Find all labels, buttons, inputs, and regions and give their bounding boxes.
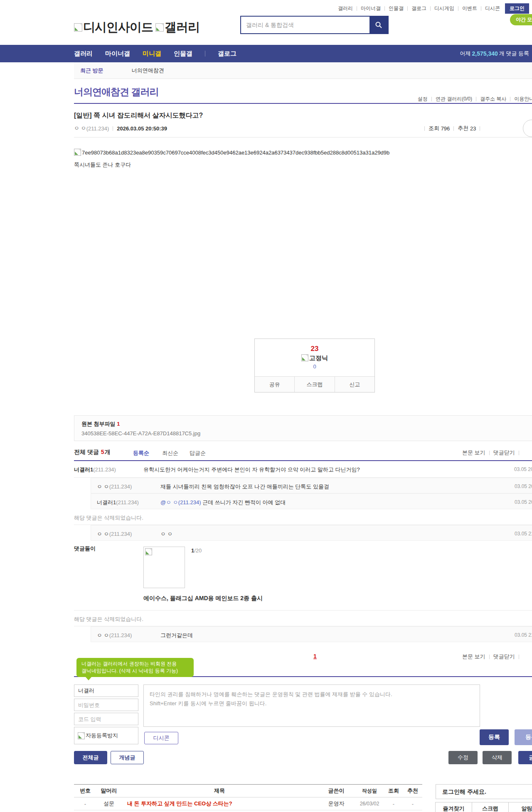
view-post-link[interactable]: 본문 보기 (462, 449, 485, 456)
scrap-button[interactable]: 스크랩 (294, 377, 334, 392)
utilnav-dccon[interactable]: 디시콘 (485, 5, 500, 12)
copy-gallery-url-link[interactable]: 갤주소 복사 (480, 96, 506, 103)
downvote-count: 0 (255, 363, 374, 370)
report-button[interactable]: 신고 (335, 377, 374, 392)
search-input[interactable] (241, 17, 369, 33)
comment-author[interactable]: 너갤러1(211.234) (74, 466, 116, 473)
divider (407, 6, 408, 11)
mention-link[interactable]: @ㅇ ㅇ(211.234) (160, 499, 201, 505)
post-image-alt: 7ee98073b68a1d8323ea8e90359c70697cce4008… (82, 150, 389, 156)
post-date: 2026.03.05 20:50:39 (117, 125, 167, 132)
main-nav: 갤러리 마이너갤 미니갤 인물갤 갤로그 어제 2,575,340 개 댓글 등… (0, 45, 532, 62)
attachment-filename[interactable]: 340538EE-58EC-447E-A72A-E87D148817C5.jpg (81, 430, 532, 437)
row-no: - (74, 801, 96, 807)
sidebar-tabs: 즐겨찾기 스크랩 알림 (436, 802, 532, 812)
views-count: 796 (441, 125, 450, 132)
divider (430, 6, 431, 11)
comments-total: 전체 댓글 5개 (74, 449, 111, 456)
close-comments-link[interactable]: 댓글닫기 (493, 653, 515, 660)
delete-button[interactable]: 삭제 (483, 751, 512, 764)
comment-notice-line2: Shift+Enter 키를 동시에 누르면 줄바꿈이 됩니다. (150, 699, 474, 708)
nav-gallery[interactable]: 갤러리 (74, 50, 93, 58)
utilnav-dcgame[interactable]: 디시게임 (434, 5, 454, 12)
tab-scrap[interactable]: 스크랩 (472, 802, 509, 812)
search-icon (375, 21, 382, 29)
views-label: 조회 (429, 125, 439, 132)
bot-thumbnail[interactable] (143, 547, 185, 588)
view-post-link[interactable]: 본문 보기 (462, 653, 485, 660)
breadcrumb-current-gallery[interactable]: 너의연애참견 (132, 67, 164, 74)
dccon-button[interactable]: 디시콘 (144, 732, 178, 744)
post-title: [일반] 쪽 시녀 잡도리해서 살자시도했다고? (74, 111, 203, 120)
comment-reply-row: ㅇ ㅇ(211.234) 재들 시녀들끼리 친목 엄청하잖아 오프 나간 애들끼… (91, 478, 532, 493)
edit-button[interactable]: 수정 (448, 751, 478, 764)
tooltip-line2: 갤닉네임입니다. (삭제 시 닉네임 등록 가능) (81, 667, 189, 675)
best-posts-button[interactable]: 개념글 (111, 751, 144, 764)
write-button[interactable]: 글쓰기 (518, 751, 532, 764)
utilnav-gallog[interactable]: 갤로그 (411, 5, 426, 12)
submit-comment-button-secondary[interactable]: 등록 (515, 729, 532, 745)
comment-author[interactable]: ㅇ ㅇ(211.234) (97, 632, 132, 639)
sort-replies[interactable]: 답글순 (190, 449, 206, 457)
row-writer[interactable]: 운영자 (318, 800, 355, 807)
divider (519, 655, 519, 659)
divider (453, 126, 454, 131)
utilnav-event[interactable]: 이벤트 (462, 5, 477, 12)
row-date: 26/03/02 (355, 801, 384, 807)
comment-text: 유학시도한거 어케아는거지 주변에다 본인이 자 유학할거야 으악 이러고 말하… (143, 466, 360, 473)
submit-comment-button[interactable]: 등록 (480, 729, 509, 745)
site-logo[interactable]: 디시인사이드 갤러리 (74, 19, 202, 36)
tab-alarm[interactable]: 알림 (508, 802, 532, 812)
round-action-button[interactable] (523, 120, 532, 137)
nav-minigal-active[interactable]: 미니갤 (143, 50, 161, 58)
deleted-comment-row: 해당 댓글은 삭제되었습니다. (74, 509, 532, 525)
nav-gallog[interactable]: 갤로그 (218, 50, 236, 58)
divider (205, 51, 205, 56)
stats-suffix: 개 댓글 등록 (499, 50, 529, 57)
board-list: 번호 말머리 제목 글쓴이 작성일 조회 추천 - 설문 내 돈 투자하고 싶게… (74, 784, 422, 810)
broken-image-icon (74, 149, 81, 156)
nickname-input[interactable] (74, 684, 138, 697)
vote-box: 23 고정닉 0 공유 스크랩 신고 (254, 339, 375, 393)
close-comments-link[interactable]: 댓글닫기 (493, 449, 515, 456)
recent-visit-label[interactable]: 최근 방문 (80, 67, 103, 74)
comment-author[interactable]: ㅇ ㅇ(211.234) (97, 483, 132, 491)
sort-registered[interactable]: 등록순 (133, 449, 149, 457)
search-button[interactable] (369, 17, 388, 33)
title-underline (74, 103, 532, 104)
tab-favorites[interactable]: 즐겨찾기 (435, 802, 472, 812)
all-posts-button[interactable]: 전체글 (74, 751, 107, 764)
sort-newest[interactable]: 최신순 (162, 449, 178, 457)
comment-time: 03.05 20:5 (515, 499, 532, 505)
gallery-settings-link[interactable]: 설정 (418, 96, 428, 103)
night-mode-button[interactable]: 야간 모드 (510, 14, 532, 25)
stats-prefix: 어제 (460, 50, 470, 57)
captcha-code-input[interactable] (74, 713, 138, 725)
comment-author[interactable]: 너갤러1(211.234) (97, 499, 139, 506)
divider (357, 6, 357, 11)
nav-persongal[interactable]: 인물갤 (174, 50, 192, 58)
search-box (240, 16, 389, 34)
likes-count: 23 (470, 125, 476, 132)
deleted-comment-row: 해당 댓글은 삭제되었습니다. (74, 611, 532, 626)
share-button[interactable]: 공유 (255, 377, 294, 392)
post-author[interactable]: ㅇ ㅇ (74, 125, 86, 132)
captcha-alt-text: 자동등록방지 (86, 732, 118, 739)
login-button[interactable]: 로그인 (505, 3, 529, 14)
comment-author[interactable]: ㅇ ㅇ(211.234) (97, 530, 132, 538)
bot-article-link[interactable]: 에이수스, 플래그십 AMD용 메인보드 2종 출시 (143, 595, 263, 602)
utilnav-gallery[interactable]: 갤러리 (338, 5, 353, 12)
post-body-text: 쪽시녀들도 존나 호구다 (74, 161, 131, 169)
usage-guide-link[interactable]: 이용안내 (514, 96, 532, 103)
gallery-title[interactable]: 너의연애참견 갤러리 (74, 86, 158, 98)
password-input[interactable] (74, 699, 138, 711)
utilnav-persongal[interactable]: 인물갤 (389, 5, 404, 12)
post-divider (74, 137, 532, 137)
comment-time: 03.05 21:0 (515, 632, 532, 638)
row-title-link[interactable]: 내 돈 투자하고 싶게 만드는 CEO상 스타는? (121, 800, 318, 807)
nav-minorgal[interactable]: 마이너갤 (105, 50, 130, 58)
divider (481, 6, 481, 11)
utilnav-minorgal[interactable]: 마이너갤 (361, 5, 381, 12)
comment-textarea[interactable]: 타인의 권리를 침해하거나 명예를 훼손하는 댓글은 운영원칙 및 관련 법률에… (143, 684, 480, 727)
related-gallery-link[interactable]: 연관 갤러리(0/0) (436, 96, 472, 103)
